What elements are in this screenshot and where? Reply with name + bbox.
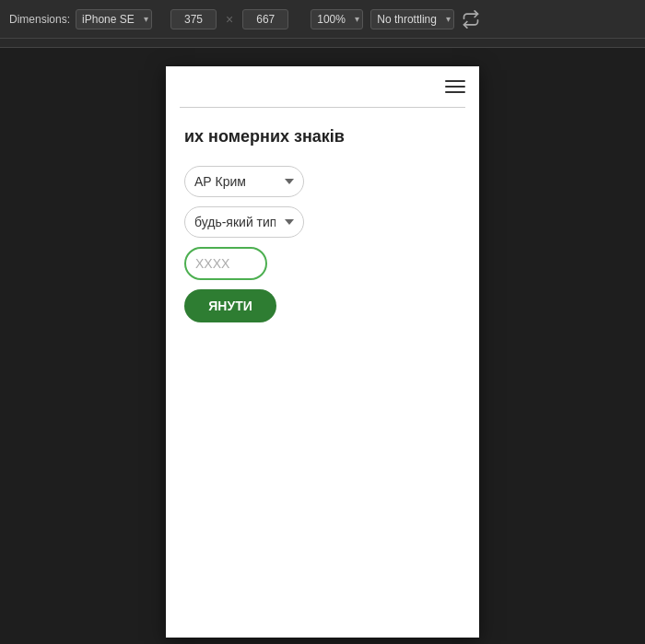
main-area: их номерних знаків АР Крим Вінницька Вол… <box>0 48 645 644</box>
device-dropdown-wrapper[interactable]: iPhone SE <box>76 9 152 29</box>
throttle-select[interactable]: No throttling <box>370 9 454 29</box>
x-separator: × <box>226 12 233 27</box>
throttle-dropdown-wrapper[interactable]: No throttling <box>370 9 454 29</box>
toolbar: Dimensions: iPhone SE × 100% No throttli… <box>0 0 645 39</box>
hamburger-menu-area <box>166 66 479 98</box>
header-divider <box>180 107 465 108</box>
type-select[interactable]: будь-який тип легкові вантажні мотоцикли <box>184 206 304 238</box>
rotate-icon[interactable] <box>462 10 480 29</box>
page-title: их номерних знаків <box>184 126 461 147</box>
zoom-select[interactable]: 100% <box>311 9 363 29</box>
ruler-bar <box>0 39 645 48</box>
zoom-dropdown-wrapper[interactable]: 100% <box>311 9 363 29</box>
mobile-frame: их номерних знаків АР Крим Вінницька Вол… <box>166 66 479 638</box>
hamburger-button[interactable] <box>445 80 465 93</box>
device-select[interactable]: iPhone SE <box>76 9 152 29</box>
dimensions-section: Dimensions: iPhone SE <box>9 9 152 29</box>
type-form-group: будь-який тип легкові вантажні мотоцикли <box>184 206 461 238</box>
hamburger-line-2 <box>445 86 465 88</box>
width-input[interactable] <box>170 9 217 29</box>
search-btn-group: ЯНУТИ <box>184 289 461 322</box>
hamburger-line-3 <box>445 91 465 93</box>
page-content: их номерних знаків АР Крим Вінницька Вол… <box>166 126 479 350</box>
hamburger-line-1 <box>445 80 465 82</box>
dimensions-label: Dimensions: <box>9 13 70 26</box>
search-button[interactable]: ЯНУТИ <box>184 289 276 322</box>
region-form-group: АР Крим Вінницька Волинська Дніпропетров… <box>184 166 461 197</box>
region-select[interactable]: АР Крим Вінницька Волинська Дніпропетров… <box>184 166 304 197</box>
plate-input[interactable] <box>184 247 267 280</box>
height-input[interactable] <box>242 9 288 29</box>
plate-form-group <box>184 247 461 280</box>
